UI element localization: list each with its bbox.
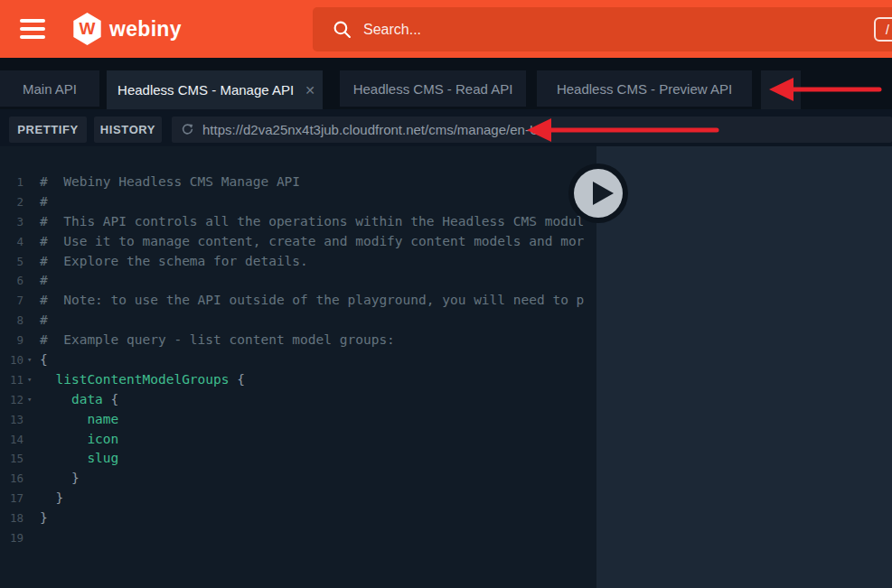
code-text [40,528,596,548]
code-text: # This API controls all the operations w… [40,212,596,232]
code-text: { [40,350,596,370]
code-line: 4# Use it to manage content, create and … [0,232,596,252]
line-number: 2 [0,192,23,212]
fold-spacer [23,311,40,331]
line-number: 8 [0,311,23,331]
add-tab-button[interactable]: + [761,70,801,109]
line-number: 1 [0,173,23,192]
code-text: # Use it to manage content, create and m… [40,232,596,252]
search-icon [333,20,352,39]
line-number: 18 [0,509,23,528]
fold-spacer [23,192,40,212]
app-header: W webiny / [0,0,892,58]
logo-letter: W [80,19,96,39]
query-editor[interactable]: 1# Webiny Headless CMS Manage API2#3# Th… [0,146,596,588]
code-line: 10▾{ [0,350,596,370]
code-text: # Explore the schema for details. [40,252,596,272]
code-text: } [40,469,596,489]
keyboard-shortcut-badge: / [874,17,892,42]
code-text: # [40,192,596,212]
code-line: 11▾ listContentModelGroups { [0,370,596,390]
search-box[interactable]: / [313,7,892,51]
code-line: 6# [0,271,596,291]
code-line: 8# [0,311,596,331]
fold-spacer [23,212,40,232]
fold-spacer [23,430,40,450]
hamburger-menu-icon[interactable] [20,19,45,39]
webiny-hexagon-icon: W [72,13,102,45]
code-text: data { [40,390,596,410]
line-number: 17 [0,489,23,509]
code-line: 5# Explore the schema for details. [0,252,596,272]
code-text: # Webiny Headless CMS Manage API [40,173,596,192]
webiny-logo[interactable]: W webiny [72,13,182,45]
close-tab-icon[interactable]: ✕ [305,83,315,98]
line-number: 4 [0,232,23,252]
tab-headless-cms-manage-api[interactable]: Headless CMS - Manage API ✕ [107,70,323,109]
editor-toolbar: PRETTIFY HISTORY https://d2va25nx4t3jub.… [0,109,892,146]
refresh-icon [181,123,194,136]
fold-spacer [23,449,40,469]
fold-spacer [23,291,40,311]
fold-spacer [23,173,40,192]
line-number: 11 [0,370,23,390]
history-button[interactable]: HISTORY [94,117,162,143]
response-pane [596,146,892,588]
line-number: 3 [0,212,23,232]
code-line: 1# Webiny Headless CMS Manage API [0,173,596,192]
code-line: 12▾ data { [0,390,596,410]
code-line: 15 slug [0,449,596,469]
fold-arrow-icon[interactable]: ▾ [23,370,40,390]
brand-wordmark: webiny [109,17,182,42]
tab-main-api[interactable]: Main API [0,70,99,107]
prettify-button[interactable]: PRETTIFY [9,117,87,143]
code-line: 19 [0,528,596,548]
fold-spacer [23,528,40,548]
code-text: # Note: to use the API outside of the pl… [40,291,596,311]
search-input[interactable] [363,22,892,38]
line-number: 5 [0,252,23,272]
code-text: # [40,271,596,291]
fold-spacer [23,271,40,291]
fold-spacer [23,331,40,350]
code-line: 2# [0,192,596,212]
fold-spacer [23,252,40,272]
code-text: name [40,410,596,430]
line-number: 15 [0,449,23,469]
endpoint-url: https://d2va25nx4t3jub.cloudfront.net/cm… [202,122,549,137]
fold-spacer [23,410,40,430]
code-line: 9# Example query - list content model gr… [0,331,596,350]
code-line: 3# This API controls all the operations … [0,212,596,232]
code-text: slug [40,449,596,469]
code-line: 17 } [0,489,596,509]
tab-headless-cms-preview-api[interactable]: Headless CMS - Preview API [537,70,752,107]
fold-spacer [23,509,40,528]
graphql-workspace: 1# Webiny Headless CMS Manage API2#3# Th… [0,146,892,588]
code-text: # [40,311,596,331]
line-number: 14 [0,430,23,450]
code-line: 13 name [0,410,596,430]
code-text: } [40,509,596,528]
line-number: 13 [0,410,23,430]
code-line: 14 icon [0,430,596,450]
tab-headless-cms-read-api[interactable]: Headless CMS - Read API [340,70,526,107]
fold-arrow-icon[interactable]: ▾ [23,390,40,410]
fold-spacer [23,232,40,252]
endpoint-url-bar[interactable]: https://d2va25nx4t3jub.cloudfront.net/cm… [172,117,892,143]
api-tab-bar: Main API Headless CMS - Manage API ✕ Hea… [0,58,892,109]
line-number: 12 [0,390,23,410]
fold-spacer [23,489,40,509]
fold-spacer [23,469,40,489]
fold-arrow-icon[interactable]: ▾ [23,350,40,370]
code-text: icon [40,430,596,450]
execute-query-button[interactable] [567,162,630,225]
code-line: 18} [0,509,596,528]
code-text: } [40,489,596,509]
line-number: 16 [0,469,23,489]
line-number: 19 [0,528,23,548]
line-number: 9 [0,331,23,350]
code-line: 16 } [0,469,596,489]
line-number: 7 [0,291,23,311]
code-line: 7# Note: to use the API outside of the p… [0,291,596,311]
code-text: # Example query - list content model gro… [40,331,596,350]
